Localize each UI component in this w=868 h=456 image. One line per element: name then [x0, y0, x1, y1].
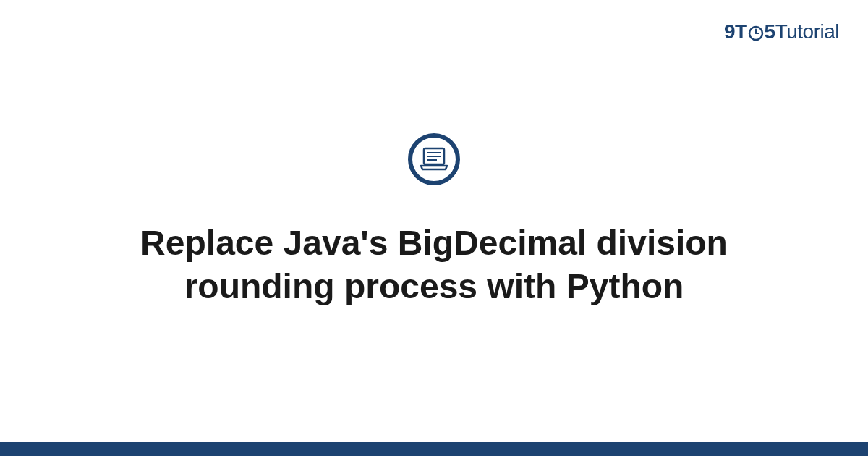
logo-nine: 9 — [724, 20, 735, 43]
logo-t1: T — [735, 20, 747, 43]
article-icon-circle — [408, 133, 460, 185]
site-logo: 9T5Tutorial — [724, 20, 839, 43]
footer-bar — [0, 442, 868, 456]
logo-tutorial: Tutorial — [775, 20, 839, 43]
clock-icon — [748, 25, 764, 41]
laptop-icon — [420, 147, 448, 172]
article-title: Replace Java's BigDecimal division round… — [0, 221, 868, 308]
logo-five: 5 — [765, 20, 775, 43]
main-content: Replace Java's BigDecimal division round… — [0, 133, 868, 308]
